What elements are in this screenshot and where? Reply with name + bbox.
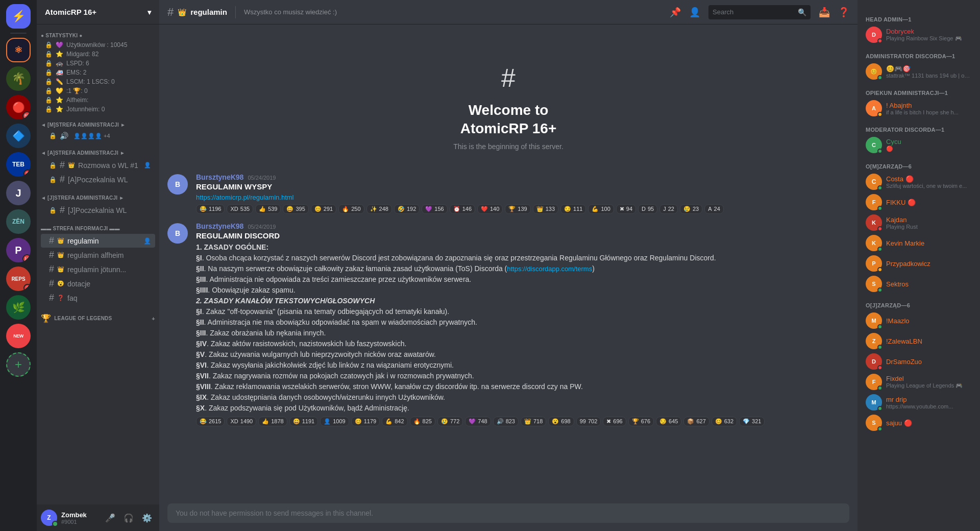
server-icon-red[interactable]: 🔴 58 <box>6 95 31 119</box>
category-a-admin[interactable]: ◄ [A]STREFA ADMINISTRACJI ► <box>37 142 159 158</box>
channel-dotacje[interactable]: # 😮 dotacje <box>41 277 155 291</box>
member-zawewalbn[interactable]: Z !ZalewaLBN <box>862 331 976 351</box>
server-icon-palm[interactable]: 🌴 <box>6 66 31 91</box>
reaction[interactable]: 😊632 <box>712 417 737 426</box>
category-statystyki[interactable]: ● STATYSTYKI ● <box>37 25 159 40</box>
members-icon[interactable]: 👤 <box>689 7 700 18</box>
inbox-icon[interactable]: 📥 <box>819 7 830 18</box>
settings-button[interactable]: ⚙️ <box>139 510 155 526</box>
reaction[interactable]: 😂2615 <box>196 417 225 426</box>
reaction[interactable]: 99702 <box>576 417 601 426</box>
member-mr-drip[interactable]: M mr drip https://www.youtube.com... <box>862 392 976 413</box>
member-fixdel[interactable]: F Fixdel Playing League of Legends 🎮 <box>862 372 976 392</box>
server-icon-reps[interactable]: REPS 3 <box>6 267 31 291</box>
reaction[interactable]: 😄395 <box>283 204 308 214</box>
add-server-button[interactable]: + <box>6 352 31 377</box>
pin-icon[interactable]: 📌 <box>670 7 681 18</box>
reaction[interactable]: 🔥825 <box>410 417 435 426</box>
member-kevin-markie[interactable]: K Kevin Markie <box>862 233 976 253</box>
server-icon-p[interactable]: P 12 <box>6 238 31 262</box>
reaction[interactable]: ✖94 <box>616 204 636 214</box>
reaction[interactable]: 😮698 <box>548 417 574 426</box>
server-icon-teb[interactable]: TEB 9 <box>6 152 31 177</box>
channel-regulamin-alfheim[interactable]: # 👑 regulamin alfheim <box>41 248 155 262</box>
reaction[interactable]: 😊1179 <box>351 417 380 426</box>
message-author[interactable]: BursztyneK98 <box>196 173 243 181</box>
reaction[interactable]: XD1490 <box>227 417 256 426</box>
mute-button[interactable]: 🎤 <box>102 510 118 526</box>
message-author[interactable]: BursztyneK98 <box>196 222 243 230</box>
member-kajdan[interactable]: K Kajdan Playing Rust <box>862 212 976 233</box>
channel-rozmowa-wl[interactable]: 🔒 # 👑 Rozmowa o WL #1 👤 <box>41 158 155 172</box>
reaction[interactable]: 👑718 <box>521 417 546 426</box>
server-icon-zen[interactable]: ZĒN <box>6 209 31 234</box>
server-icon-atomic[interactable]: ⚛ <box>6 38 31 62</box>
search-input[interactable] <box>713 8 796 16</box>
message-link[interactable]: https://atomicrp.pl/regulamin.html <box>196 194 293 201</box>
deafen-button[interactable]: 🎧 <box>120 510 137 526</box>
reaction[interactable]: D95 <box>638 204 657 214</box>
voice-m-admin[interactable]: 🔒 🔊 👤👤👤👤 +4 <box>41 130 155 141</box>
reaction[interactable]: 👍1878 <box>258 417 287 426</box>
reaction[interactable]: 😏111 <box>560 204 586 214</box>
reaction[interactable]: ✖696 <box>603 417 626 426</box>
member-sajuu[interactable]: S sajuu 🔴 <box>862 413 976 433</box>
category-m-admin[interactable]: ◄ [M]STREFA ADMINISTRACJI ► <box>37 114 159 130</box>
member-drsamozuo[interactable]: D DrSamoZuo <box>862 351 976 372</box>
reaction[interactable]: 💪842 <box>382 417 407 426</box>
server-icon-j[interactable]: J <box>6 181 31 205</box>
category-j-admin[interactable]: ◄ [J]STREFA ADMINISTRACJI ► <box>37 187 159 203</box>
member-przypadkowicz[interactable]: P Przypadkowicz <box>862 253 976 274</box>
member-maazlo[interactable]: M !Maazlo <box>862 310 976 331</box>
server-icon-new[interactable]: NEW <box>6 324 31 348</box>
reaction[interactable]: XD535 <box>227 204 253 214</box>
reaction[interactable]: 🏆676 <box>628 417 654 426</box>
reaction[interactable]: J22 <box>659 204 678 214</box>
reaction[interactable]: 💜748 <box>465 417 491 426</box>
member-fikku[interactable]: F FIKKU 🔴 <box>862 192 976 212</box>
reaction[interactable]: 😢772 <box>437 417 463 426</box>
server-icon-green[interactable]: 🌿 <box>6 295 31 320</box>
member-costa[interactable]: C Costa 🔴 Szlifuj wartości, one w twoim … <box>862 172 976 192</box>
member-dobrycek[interactable]: D Dobrycek Playing Rainbow Six Siege 🎮 <box>862 25 976 45</box>
category-strefa-informacji[interactable]: ▬▬ STREFA INFORMACJI ▬▬ <box>37 218 159 233</box>
reaction[interactable]: A24 <box>704 204 724 214</box>
reaction[interactable]: ⏰146 <box>450 204 475 214</box>
category-league[interactable]: 🏆 League of Legends + <box>37 305 159 325</box>
channel-faq[interactable]: # ❓ faq <box>41 291 155 305</box>
reaction[interactable]: 🔥250 <box>338 204 364 214</box>
channel-regulamin-jotunn[interactable]: # 👑 regulamin jötunn... <box>41 262 155 276</box>
tos-link[interactable]: https://discordapp.com/terms <box>507 265 592 273</box>
reaction[interactable]: 👍539 <box>255 204 281 214</box>
reaction[interactable]: 📦627 <box>683 417 709 426</box>
reaction[interactable]: 😊291 <box>311 204 336 214</box>
channel-regulamin[interactable]: # 👑 regulamin 👤 <box>41 234 155 248</box>
reaction[interactable]: 😢23 <box>680 204 702 214</box>
reaction[interactable]: ✨248 <box>366 204 392 214</box>
member-abajnth[interactable]: A ! Abajnth if a life is bitch I hope sh… <box>862 98 976 118</box>
channel-j-poczekalnia[interactable]: 🔒 # [J]Poczekalnia WL <box>41 203 155 217</box>
reaction[interactable]: 😏645 <box>656 417 681 426</box>
server-icon-discord[interactable]: ⚡ <box>6 4 31 29</box>
reaction[interactable]: 😄1191 <box>289 417 318 426</box>
reaction[interactable]: 😂1196 <box>196 204 225 214</box>
server-icon-blue[interactable]: 🔷 <box>6 124 31 148</box>
reaction[interactable]: 🔊823 <box>493 417 519 426</box>
reaction[interactable]: 💜156 <box>422 204 447 214</box>
reaction[interactable]: 🏆139 <box>505 204 530 214</box>
server-header[interactable]: AtomicRP 16+ ▾ <box>37 0 159 25</box>
member-cycu[interactable]: C Cycu 🔴 <box>862 135 976 155</box>
reaction[interactable]: 🤣192 <box>394 204 420 214</box>
help-icon[interactable]: ❓ <box>838 7 849 18</box>
reaction[interactable]: 💎321 <box>739 417 765 426</box>
member-sektros[interactable]: S Sektros <box>862 274 976 294</box>
reaction[interactable]: 👤1009 <box>320 417 349 426</box>
member-admin-discord[interactable]: 😊 😊🎮🎯 stattrak™ 1131 bans 194 ub | od... <box>862 61 976 82</box>
search-box[interactable]: 🔍 <box>708 5 811 19</box>
channel-a-poczekalnia[interactable]: 🔒 # [A]Poczekalnia WL <box>41 173 155 186</box>
add-channel-icon[interactable]: + <box>152 316 155 322</box>
reaction[interactable]: ❤️140 <box>477 204 503 214</box>
member-status-text: stattrak™ 1131 bans 194 ub | od... <box>886 73 972 79</box>
reaction[interactable]: 👑133 <box>533 204 558 214</box>
reaction[interactable]: 💪100 <box>588 204 614 214</box>
